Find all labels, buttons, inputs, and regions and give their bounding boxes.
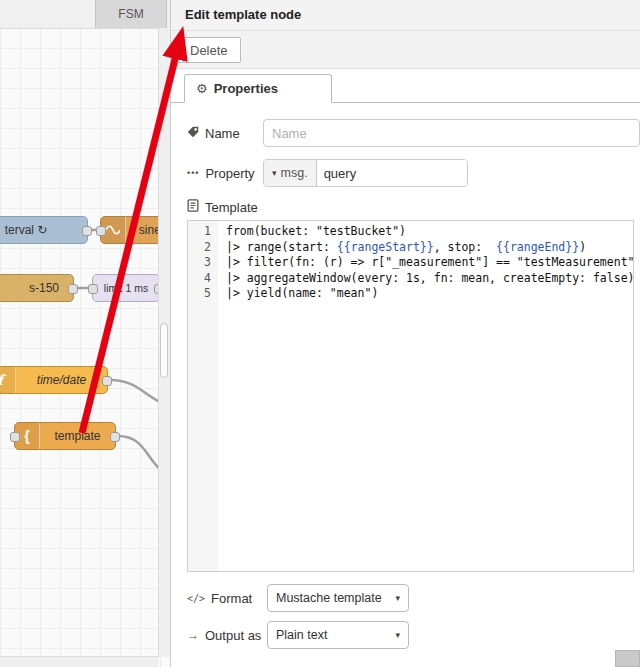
property-type-label: msg.: [281, 166, 308, 180]
format-row: </> Format Mustache template ▾: [187, 584, 640, 612]
resize-grip[interactable]: [615, 650, 640, 667]
template-code-editor[interactable]: 12345 from(bucket: "testBucket")|> range…: [187, 220, 634, 572]
ellipsis-icon: •••: [187, 168, 199, 178]
code-brackets-icon: </>: [187, 593, 205, 604]
output-port[interactable]: [102, 376, 112, 386]
node-label: template: [40, 429, 115, 443]
node-label: terval ↻: [0, 223, 87, 237]
edit-node-panel: Edit template node Delete ⚙ Properties N…: [170, 0, 640, 667]
node-limit[interactable]: limit 1 ms: [92, 274, 160, 302]
format-select[interactable]: Mustache template ▾: [267, 584, 409, 612]
chevron-down-icon: ▾: [395, 630, 400, 640]
chevron-down-icon: ▾: [395, 593, 400, 603]
delete-button[interactable]: Delete: [177, 37, 241, 63]
property-row: ••• Property ▾ msg.: [187, 159, 640, 187]
panel-tabrow: ⚙ Properties: [171, 69, 640, 103]
canvas-vertical-scrollbar[interactable]: [158, 28, 170, 657]
template-doc-icon: [187, 199, 199, 215]
name-label: Name: [187, 126, 263, 141]
output-port[interactable]: [68, 284, 78, 294]
screen: terval ↻ sineW s-150 limit 1 ms f time/d…: [0, 0, 640, 667]
workspace-tab-label: FSM: [118, 7, 143, 21]
output-select-value: Plain text: [276, 628, 327, 642]
function-icon: f: [0, 367, 16, 393]
input-port[interactable]: [10, 432, 20, 442]
wires-layer: [0, 0, 170, 667]
output-port[interactable]: [110, 432, 120, 442]
canvas-horizontal-scrollbar[interactable]: [0, 656, 159, 667]
output-row: → Output as Plain text ▾: [187, 621, 640, 649]
scrollbar-thumb[interactable]: [160, 323, 168, 378]
output-select[interactable]: Plain text ▾: [267, 621, 409, 649]
chevron-down-icon: ▾: [272, 168, 277, 178]
property-value-input[interactable]: [317, 160, 467, 186]
format-label: </> Format: [187, 591, 267, 606]
input-port[interactable]: [88, 284, 98, 294]
arrow-right-icon: →: [187, 628, 199, 642]
node-label: s-150: [0, 281, 73, 295]
property-type-button[interactable]: ▾ msg.: [264, 160, 317, 186]
format-select-value: Mustache template: [276, 591, 382, 605]
flow-canvas[interactable]: terval ↻ sineW s-150 limit 1 ms f time/d…: [0, 0, 170, 667]
output-label: → Output as: [187, 628, 267, 643]
edit-form: Name ••• Property ▾ msg.: [171, 103, 640, 649]
output-port[interactable]: [82, 226, 92, 236]
node-timedate[interactable]: f time/date: [0, 366, 108, 394]
tab-properties-label: Properties: [214, 81, 278, 96]
property-label: ••• Property: [187, 166, 263, 181]
node-label: time/date: [16, 373, 107, 387]
tab-properties[interactable]: ⚙ Properties: [184, 74, 332, 103]
gear-icon: ⚙: [196, 81, 208, 96]
node-template[interactable]: { template: [14, 422, 116, 450]
tag-icon: [187, 126, 199, 141]
panel-button-row: Delete: [171, 31, 640, 69]
input-port[interactable]: [96, 226, 106, 236]
property-typed-input: ▾ msg.: [263, 159, 468, 187]
panel-title: Edit template node: [171, 0, 640, 31]
workspace-tab-fsm[interactable]: FSM: [95, 0, 167, 28]
code-lines: from(bucket: "testBucket")|> range(start…: [218, 221, 633, 571]
node-label: limit 1 ms: [93, 282, 159, 294]
node-interval[interactable]: terval ↻: [0, 216, 88, 244]
name-input[interactable]: [263, 119, 640, 147]
code-gutter: 12345: [188, 221, 218, 571]
node-s150[interactable]: s-150: [0, 274, 74, 302]
workspace-tabbar: FSM: [0, 0, 170, 29]
name-row: Name: [187, 119, 640, 147]
template-label: Template: [187, 199, 640, 215]
